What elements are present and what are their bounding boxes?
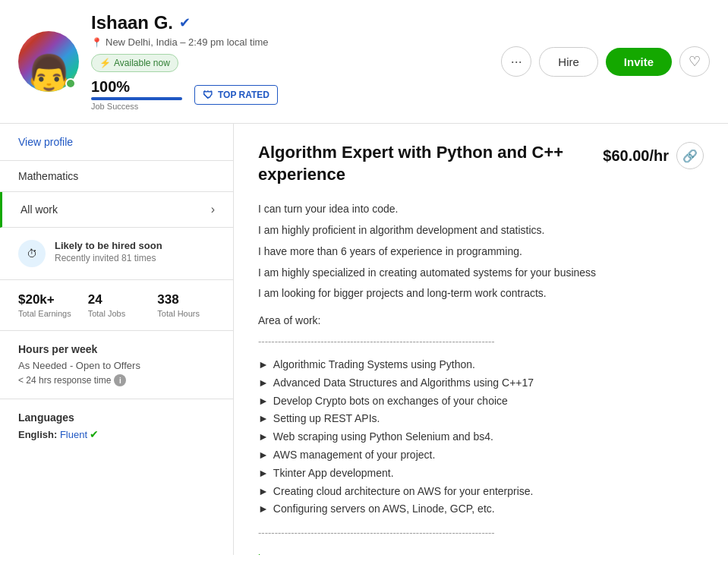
view-profile-section: View profile (0, 124, 233, 161)
invite-button[interactable]: Invite (606, 48, 672, 76)
verified-icon: ✔ (179, 14, 191, 31)
top-rated-label: TOP RATED (218, 90, 269, 100)
response-time-row: < 24 hrs response time i (18, 374, 215, 386)
save-button[interactable]: ♡ (679, 46, 710, 77)
available-badge: ⚡ Available now (91, 54, 178, 72)
location-text: New Delhi, India – 2:49 pm local time (106, 36, 269, 48)
desc-line-1: I can turn your idea into code. (258, 200, 704, 219)
heart-icon: ♡ (689, 53, 701, 70)
arrow-icon: ► (258, 410, 269, 428)
stat-hours: 338 Total Hours (157, 292, 215, 318)
bullet-9: ►Configuring servers on AWS, Linode, GCP… (258, 500, 704, 518)
hired-soon-section: ⏱ Likely to be hired soon Recently invit… (0, 228, 233, 280)
bullet-8: ►Creating cloud architecture on AWS for … (258, 483, 704, 501)
hours-section-title: Hours per week (18, 343, 215, 355)
desc-line-3: I have more than 6 years of experience i… (258, 243, 704, 261)
description-block: I can turn your idea into code. I am hig… (258, 200, 704, 555)
rate-value: $60.00/hr (603, 147, 669, 165)
stat-hours-label: Total Hours (157, 309, 215, 318)
view-profile-link[interactable]: View profile (18, 136, 73, 148)
arrow-icon: ► (258, 446, 269, 465)
english-level-text: Fluent (60, 429, 87, 440)
stat-jobs-label: Total Jobs (88, 309, 146, 318)
profile-title: Algorithm Expert with Python and C++ exp… (258, 142, 603, 185)
response-time-text: < 24 hrs response time (18, 375, 111, 386)
hours-section: Hours per week As Needed - Open to Offer… (0, 331, 233, 399)
arrow-icon: ► (258, 500, 269, 518)
hired-soon-title: Likely to be hired soon (55, 240, 162, 251)
available-label: Available now (114, 58, 170, 68)
header-actions: ··· Hire Invite ♡ (501, 46, 710, 77)
hours-value: As Needed - Open to Offers (18, 360, 215, 371)
all-work-nav-item[interactable]: All work › (0, 192, 233, 228)
bullet-2: ►Advanced Data Structures and Algorithms… (258, 374, 704, 392)
link-icon: 🔗 (682, 149, 698, 163)
top-rated-badge: 🛡 TOP RATED (194, 85, 278, 105)
user-name-row: Ishaan G. ✔ (91, 12, 489, 33)
arrow-icon: ► (258, 374, 269, 392)
chevron-right-icon: › (211, 203, 215, 216)
header-stats-row: 100% Job Success 🛡 TOP RATED (91, 78, 489, 111)
user-name: Ishaan G. (91, 12, 173, 33)
stat-jobs-value: 24 (88, 292, 146, 307)
sidebar-category: Mathematics (0, 161, 233, 192)
available-badge-wrapper: ⚡ Available now (91, 54, 489, 72)
stat-hours-value: 338 (157, 292, 215, 307)
bullet-4: ►Setting up REST APIs. (258, 410, 704, 428)
job-success-label: Job Success (91, 102, 182, 111)
more-options-button[interactable]: ··· (501, 46, 531, 77)
divider-bottom: ----------------------------------------… (258, 525, 704, 541)
desc-line-2: I am highly proficient in algorithm deve… (258, 222, 704, 240)
languages-section: Languages English: Fluent ✔ (0, 399, 233, 452)
bullet-1: ►Algorithmic Trading Systems using Pytho… (258, 356, 704, 374)
main-layout: View profile Mathematics All work › ⏱ Li… (0, 124, 728, 555)
shield-icon: 🛡 (203, 89, 213, 101)
location-icon: 📍 (91, 37, 102, 48)
main-content: Algorithm Expert with Python and C++ exp… (234, 124, 728, 555)
lightning-icon: ⚡ (99, 58, 111, 68)
job-success-pct: 100% (91, 78, 182, 96)
check-icon: ✔ (90, 428, 99, 440)
stat-earnings-value: $20k+ (18, 292, 76, 307)
stat-earnings: $20k+ Total Earnings (18, 292, 76, 318)
bullet-list: ►Algorithmic Trading Systems using Pytho… (258, 356, 704, 518)
rate-section: $60.00/hr 🔗 (603, 142, 704, 169)
english-level: Fluent ✔ (60, 428, 99, 440)
profile-title-row: Algorithm Expert with Python and C++ exp… (258, 142, 704, 185)
bullet-3: ►Develop Crypto bots on exchanges of you… (258, 392, 704, 411)
stat-earnings-label: Total Earnings (18, 309, 76, 318)
job-success-block: 100% Job Success (91, 78, 182, 111)
bullet-6: ►AWS management of your project. (258, 446, 704, 465)
less-link[interactable]: less (258, 550, 277, 555)
online-indicator (65, 78, 76, 89)
hire-button[interactable]: Hire (539, 47, 598, 77)
bullet-5: ►Web scraping using Python Selenium and … (258, 428, 704, 446)
arrow-icon: ► (258, 392, 269, 411)
arrow-icon: ► (258, 356, 269, 374)
avatar: 👨 (18, 31, 79, 92)
stats-section: $20k+ Total Earnings 24 Total Jobs 338 T… (0, 280, 233, 331)
divider-top: ----------------------------------------… (258, 333, 704, 350)
profile-header: 👨 Ishaan G. ✔ 📍 New Delhi, India – 2:49 … (0, 0, 728, 124)
language-item-english: English: Fluent ✔ (18, 428, 215, 440)
clock-icon: ⏱ (27, 247, 37, 260)
share-button[interactable]: 🔗 (676, 142, 704, 169)
user-info: Ishaan G. ✔ 📍 New Delhi, India – 2:49 pm… (91, 12, 489, 111)
stat-jobs: 24 Total Jobs (88, 292, 146, 318)
all-work-label: All work (20, 203, 58, 216)
sidebar: View profile Mathematics All work › ⏱ Li… (0, 124, 234, 555)
more-icon: ··· (511, 54, 522, 70)
desc-line-4: I am highly specialized in creating auto… (258, 264, 704, 282)
location-row: 📍 New Delhi, India – 2:49 pm local time (91, 36, 489, 48)
arrow-icon: ► (258, 465, 269, 483)
languages-title: Languages (18, 411, 215, 424)
progress-bar (91, 97, 182, 100)
area-of-work-label: Area of work: (258, 312, 704, 330)
english-label: English: (18, 429, 57, 440)
info-icon: i (114, 374, 126, 386)
hired-soon-sub: Recently invited 81 times (55, 253, 162, 263)
arrow-icon: ► (258, 483, 269, 501)
desc-line-5: I am looking for bigger projects and lon… (258, 285, 704, 303)
progress-bar-fill (91, 97, 182, 100)
bullet-7: ►Tkinter App development. (258, 465, 704, 483)
